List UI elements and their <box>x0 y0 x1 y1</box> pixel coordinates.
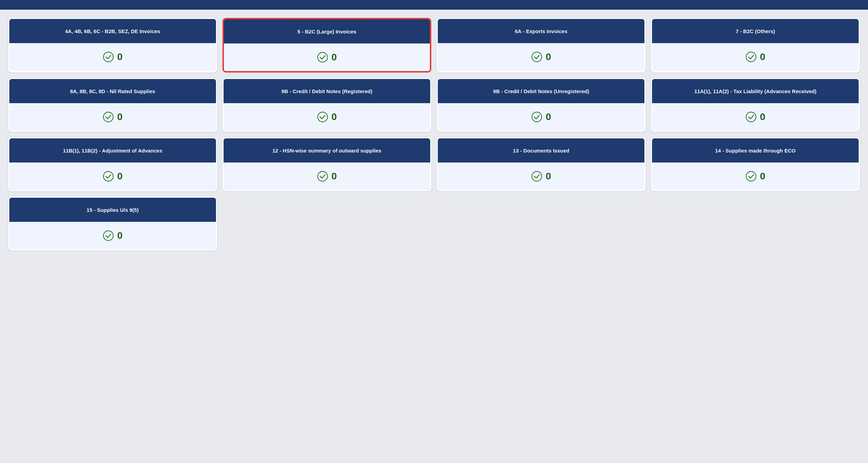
card-7[interactable]: 7 - B2C (Others) 0 <box>651 18 860 72</box>
card-15[interactable]: 15 - Supplies U/s 9(5) 0 <box>8 197 217 250</box>
card-12-check-icon <box>317 171 328 182</box>
svg-point-9 <box>317 171 327 181</box>
page-container: 4A, 4B, 6B, 6C - B2B, SEZ, DE Invoices 0… <box>0 0 868 259</box>
card-6a[interactable]: 6A - Exports Invoices 0 <box>437 18 645 72</box>
card-9b-unreg-check-icon <box>531 111 542 122</box>
card-11a-body: 0 <box>652 103 859 131</box>
card-5[interactable]: 5 - B2C (Large) Invoices 0 <box>223 18 431 72</box>
card-7-value: 0 <box>760 51 766 62</box>
card-9b-unreg-body: 0 <box>438 103 644 131</box>
svg-point-3 <box>746 52 756 62</box>
card-13-check-icon <box>531 171 542 182</box>
card-12-header: 12 - HSN-wise summary of outward supplie… <box>224 138 430 162</box>
card-11b-value: 0 <box>117 171 123 182</box>
card-13-header: 13 - Documents Issued <box>438 138 644 162</box>
card-14-check-icon <box>746 171 757 182</box>
svg-point-5 <box>317 112 327 122</box>
svg-point-8 <box>103 171 113 181</box>
card-11a[interactable]: 11A(1), 11A(2) - Tax Liability (Advances… <box>651 78 860 132</box>
card-12-value: 0 <box>332 171 337 182</box>
card-9b-reg-header: 9B - Credit / Debit Notes (Registered) <box>224 79 430 103</box>
card-5-value: 0 <box>332 52 337 63</box>
card-11b[interactable]: 11B(1), 11B(2) - Adjustment of Advances … <box>8 137 217 191</box>
header-bar <box>0 0 868 10</box>
card-14-header: 14 - Supplies made through ECO <box>652 138 859 162</box>
card-9b-reg-body: 0 <box>224 103 430 131</box>
card-8a-body: 0 <box>9 103 216 131</box>
card-11b-check-icon <box>103 171 114 182</box>
card-5-header: 5 - B2C (Large) Invoices <box>224 19 430 43</box>
card-4a[interactable]: 4A, 4B, 6B, 6C - B2B, SEZ, DE Invoices 0 <box>8 18 217 72</box>
card-14-body: 0 <box>652 162 859 190</box>
card-9b-unreg-value: 0 <box>546 111 551 122</box>
card-11b-body: 0 <box>9 162 216 190</box>
card-8a[interactable]: 8A, 8B, 8C, 8D - Nil Rated Supplies 0 <box>8 78 217 132</box>
card-7-header: 7 - B2C (Others) <box>652 19 859 43</box>
card-13-body: 0 <box>438 162 644 190</box>
card-7-check-icon <box>746 51 757 62</box>
card-4a-value: 0 <box>117 51 123 62</box>
svg-point-2 <box>532 52 541 62</box>
card-11a-header: 11A(1), 11A(2) - Tax Liability (Advances… <box>652 79 859 103</box>
card-13[interactable]: 13 - Documents Issued 0 <box>437 137 645 191</box>
card-6a-value: 0 <box>546 51 551 62</box>
card-8a-value: 0 <box>117 111 123 122</box>
card-9b-reg[interactable]: 9B - Credit / Debit Notes (Registered) 0 <box>223 78 431 132</box>
card-4a-header: 4A, 4B, 6B, 6C - B2B, SEZ, DE Invoices <box>9 19 216 43</box>
card-11a-value: 0 <box>760 111 766 122</box>
card-15-value: 0 <box>117 230 123 241</box>
svg-point-11 <box>746 171 756 181</box>
card-14-value: 0 <box>760 171 766 182</box>
svg-point-6 <box>532 112 541 122</box>
svg-point-10 <box>532 171 541 181</box>
svg-point-7 <box>746 112 756 122</box>
card-9b-unreg[interactable]: 9B - Credit / Debit Notes (Unregistered)… <box>437 78 645 132</box>
card-12-body: 0 <box>224 162 430 190</box>
card-13-value: 0 <box>546 171 551 182</box>
main-content: 4A, 4B, 6B, 6C - B2B, SEZ, DE Invoices 0… <box>0 10 868 259</box>
card-15-check-icon <box>103 230 114 241</box>
card-11b-header: 11B(1), 11B(2) - Adjustment of Advances <box>9 138 216 162</box>
svg-point-12 <box>103 231 113 240</box>
card-9b-unreg-header: 9B - Credit / Debit Notes (Unregistered) <box>438 79 644 103</box>
card-9b-reg-check-icon <box>317 111 328 122</box>
card-14[interactable]: 14 - Supplies made through ECO 0 <box>651 137 860 191</box>
card-8a-check-icon <box>103 111 114 122</box>
card-5-body: 0 <box>224 43 430 71</box>
card-9b-reg-value: 0 <box>332 111 337 122</box>
card-5-check-icon <box>317 52 328 63</box>
svg-point-4 <box>103 112 113 122</box>
cards-grid: 4A, 4B, 6B, 6C - B2B, SEZ, DE Invoices 0… <box>8 18 860 250</box>
card-12[interactable]: 12 - HSN-wise summary of outward supplie… <box>223 137 431 191</box>
card-8a-header: 8A, 8B, 8C, 8D - Nil Rated Supplies <box>9 79 216 103</box>
svg-point-0 <box>103 52 113 62</box>
svg-point-1 <box>317 52 327 62</box>
card-4a-check-icon <box>103 51 114 62</box>
card-15-header: 15 - Supplies U/s 9(5) <box>9 198 216 222</box>
card-15-body: 0 <box>9 222 216 249</box>
card-4a-body: 0 <box>9 43 216 71</box>
card-6a-body: 0 <box>438 43 644 71</box>
card-6a-header: 6A - Exports Invoices <box>438 19 644 43</box>
card-6a-check-icon <box>531 51 542 62</box>
card-7-body: 0 <box>652 43 859 71</box>
card-11a-check-icon <box>746 111 757 122</box>
